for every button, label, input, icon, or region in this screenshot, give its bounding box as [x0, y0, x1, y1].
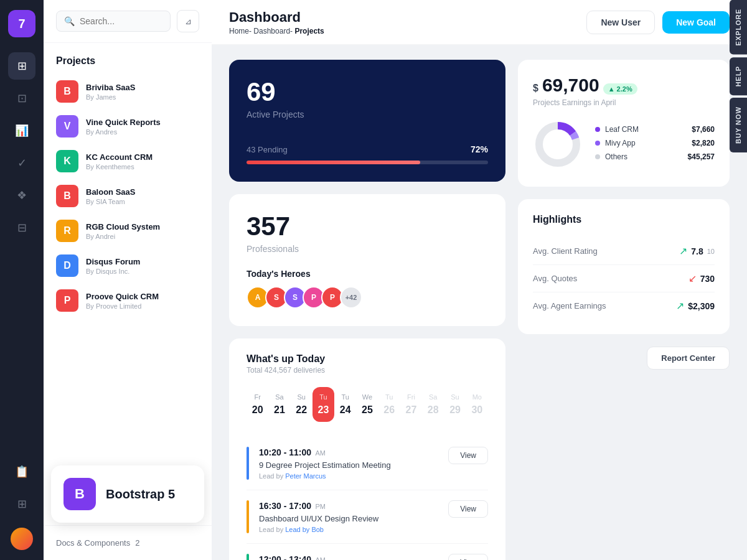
event-view-button-0[interactable]: View [448, 447, 488, 464]
event-lead: Lead by Lead by Bob [259, 526, 438, 533]
cal-day-25[interactable]: We 25 [356, 387, 378, 422]
project-author: By Disqus Inc. [86, 268, 199, 275]
report-center-button[interactable]: Report Center [647, 347, 730, 370]
event-details: 12:00 - 13:40 AM Marketing Campaign Disc… [259, 554, 438, 560]
cal-day-24[interactable]: Tu 24 [334, 387, 356, 422]
highlight-label: Avg. Quotes [533, 274, 577, 283]
event-view-button-2[interactable]: View [448, 554, 488, 560]
nav-grid-icon[interactable]: ⊡ [8, 85, 35, 112]
breadcrumb-current: Projects [294, 27, 324, 35]
highlight-row: Avg. Agent Earnings ↗ $2,309 [533, 292, 715, 319]
cal-day-20[interactable]: Fr 20 [247, 387, 268, 422]
cal-day-27[interactable]: Fri 27 [400, 387, 422, 422]
event-item-2: 12:00 - 13:40 AM Marketing Campaign Disc… [247, 544, 488, 560]
project-author: By Proove Limited [86, 302, 199, 310]
highlights-list: Avg. Client Rating ↗ 7.8 10 Avg. Quotes … [533, 238, 715, 319]
currency-symbol: $ [533, 83, 538, 94]
user-avatar-small[interactable] [11, 528, 33, 550]
topbar-title-area: Dashboard Home- Dashboard- Projects [229, 9, 324, 35]
earnings-subtitle: Projects Earnings in April [533, 98, 715, 107]
app-number-badge[interactable]: 7 [8, 10, 35, 37]
event-title: 9 Degree Project Estimation Meeting [259, 460, 438, 470]
project-name: KC Account CRM [86, 152, 199, 162]
pct-label: 72% [471, 144, 488, 154]
card-bottom: 43 Pending 72% [247, 144, 488, 154]
legend-name: Mivy App [605, 139, 687, 147]
project-item-proove[interactable]: P Proove Quick CRM By Proove Limited [44, 283, 212, 318]
highlight-row: Avg. Quotes ↙ 730 [533, 265, 715, 292]
project-item-vine[interactable]: V Vine Quick Reports By Andres [44, 109, 212, 144]
event-view-button-1[interactable]: View [448, 500, 488, 518]
nav-dashboard-icon[interactable]: ⊞ [8, 52, 35, 80]
bootstrap-icon: B [63, 478, 96, 510]
nav-chart-icon[interactable]: 📊 [8, 117, 35, 144]
bootstrap-card[interactable]: B Bootstrap 5 [51, 465, 204, 523]
project-item-rgb[interactable]: R RGB Cloud System By Andrei [44, 213, 212, 248]
legend-name: Others [605, 152, 683, 161]
highlights-card: Highlights Avg. Client Rating ↗ 7.8 10 A… [518, 199, 730, 334]
project-list: B Briviba SaaS By James V Vine Quick Rep… [44, 74, 212, 525]
cal-day-28[interactable]: Sa 28 [422, 387, 444, 422]
nav-apps-icon[interactable]: ⊞ [8, 490, 35, 518]
earnings-card: $ 69,700 ▲ 2.2% Projects Earnings in Apr… [518, 60, 730, 187]
new-user-button[interactable]: New User [586, 11, 655, 34]
project-name: Vine Quick Reports [86, 118, 199, 127]
project-icon: P [56, 289, 78, 312]
cal-day-23[interactable]: Tu 23 [312, 387, 334, 422]
nav-layers-icon[interactable]: ❖ [8, 182, 35, 209]
event-time: 12:00 - 13:40 AM [259, 554, 438, 560]
legend-item: Mivy App $2,820 [595, 139, 715, 147]
search-box[interactable]: 🔍 [56, 11, 171, 32]
earnings-value: 69,700 [542, 75, 599, 96]
active-count: 69 [247, 77, 488, 107]
progress-bar [247, 161, 488, 164]
sidebar: 🔍 ⊿ Projects B Briviba SaaS By James V V… [44, 0, 212, 560]
project-name: Disqus Forum [86, 257, 199, 266]
filter-button[interactable]: ⊿ [177, 10, 199, 32]
project-name: Proove Quick CRM [86, 292, 199, 301]
search-input[interactable] [80, 16, 162, 26]
professionals-label: Professionals [247, 244, 488, 254]
project-item-baloon[interactable]: B Baloon SaaS By SIA Team [44, 179, 212, 213]
project-item-disqus[interactable]: D Disqus Forum By Disqus Inc. [44, 248, 212, 283]
event-time: 10:20 - 11:00 AM [259, 447, 438, 458]
search-icon: 🔍 [64, 16, 75, 26]
highlight-value-row: ↗ $2,309 [676, 300, 715, 312]
cal-day-29[interactable]: Su 29 [444, 387, 466, 422]
highlight-label: Avg. Client Rating [533, 246, 598, 256]
sidebar-footer[interactable]: Docs & Components 2 [44, 525, 212, 560]
schedule-subtitle: Total 424,567 deliveries [247, 366, 488, 375]
left-navigation: 7 ⊞ ⊡ 📊 ✓ ❖ ⊟ 📋 ⊞ [0, 0, 44, 560]
footer-label: Docs & Components [56, 538, 130, 548]
event-time: 16:30 - 17:00 PM [259, 500, 438, 511]
buy-now-tab[interactable]: Buy now [730, 98, 747, 152]
pending-label: 43 Pending [247, 145, 288, 154]
new-goal-button[interactable]: New Goal [662, 11, 730, 34]
breadcrumb-home: Home- [229, 27, 251, 35]
project-item-kc[interactable]: K KC Account CRM By Keenthemes [44, 144, 212, 179]
project-author: By Andrei [86, 233, 199, 240]
active-label: Active Projects [247, 110, 488, 119]
event-lead: Lead by Peter Marcus [259, 472, 438, 480]
earnings-badge: ▲ 2.2% [603, 83, 637, 95]
cal-day-22[interactable]: Su 22 [291, 387, 312, 422]
sidebar-header: 🔍 ⊿ [44, 0, 212, 43]
bootstrap-label: Bootstrap 5 [106, 487, 175, 502]
left-column: 69 Active Projects 43 Pending 72% 357 Pr… [229, 60, 505, 560]
project-icon: B [56, 185, 78, 207]
project-item-briviba[interactable]: B Briviba SaaS By James [44, 74, 212, 109]
explore-tab[interactable]: Explore [730, 0, 747, 55]
cal-day-30[interactable]: Mo 30 [466, 387, 488, 422]
cal-day-26[interactable]: Tu 26 [378, 387, 400, 422]
events-list: 10:20 - 11:00 AM 9 Degree Project Estima… [247, 437, 488, 560]
project-icon: B [56, 80, 78, 103]
cal-day-21[interactable]: Sa 21 [268, 387, 290, 422]
heroes-title: Today's Heroes [247, 269, 488, 279]
nav-note-icon[interactable]: 📋 [8, 458, 35, 485]
highlight-row: Avg. Client Rating ↗ 7.8 10 [533, 238, 715, 265]
nav-check-icon[interactable]: ✓ [8, 149, 35, 177]
event-bar [247, 500, 249, 533]
nav-briefcase-icon[interactable]: ⊟ [8, 214, 35, 241]
help-tab[interactable]: Help [730, 57, 747, 95]
event-details: 10:20 - 11:00 AM 9 Degree Project Estima… [259, 447, 438, 480]
